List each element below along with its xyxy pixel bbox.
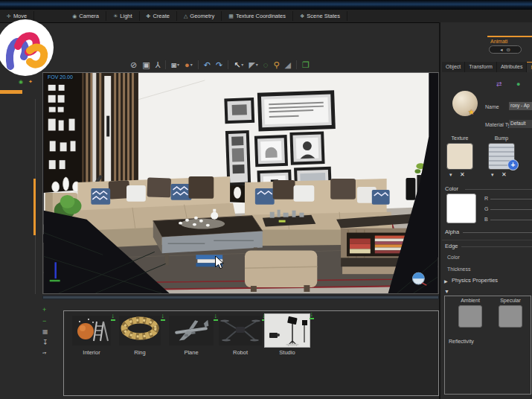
favorite-star-icon[interactable]: ★ — [468, 108, 475, 116]
asset-thumb-ring[interactable]: ↓ — [119, 316, 161, 345]
transform-tool-icon[interactable]: ◤ ▾ — [249, 61, 257, 69]
viewport-hscrollbar[interactable] — [42, 296, 439, 299]
asset-thumb-robot[interactable]: ↓ — [219, 316, 262, 345]
walk-icon[interactable]: ⅄ — [156, 61, 161, 69]
interior-thumbnail-image — [72, 316, 111, 345]
texture-map-slot[interactable] — [446, 143, 473, 170]
menu-create[interactable]: ✚ Create — [140, 11, 177, 21]
channel-g-slider[interactable] — [490, 209, 532, 210]
plane-thumbnail-image — [169, 316, 214, 345]
tab-material[interactable]: Ma — [527, 62, 532, 72]
toolbar-separator — [198, 60, 199, 69]
texture-coordinates-icon: ▦ — [228, 13, 234, 19]
ambient-label: Ambient — [455, 298, 485, 303]
camera-tool-icon[interactable]: ◙ ▾ — [171, 61, 179, 69]
toolbar-separator — [228, 60, 228, 69]
toolbar-separator — [296, 60, 297, 69]
main-menubar: ✛ Move ◉ Camera ☀ Light ✚ Create △ Geome… — [0, 10, 532, 23]
add-bump-icon[interactable]: + — [507, 159, 519, 170]
bump-collapse-icon[interactable]: ▾ — [491, 172, 494, 178]
screen-capture-icon[interactable]: ❐ — [302, 61, 310, 69]
texture-label: Texture — [446, 135, 473, 141]
menu-scene-states[interactable]: ❖ Scene States — [293, 11, 347, 21]
toolbar-separator — [165, 60, 166, 69]
channel-b-label: B — [484, 217, 488, 222]
menu-light-label: Light — [120, 13, 132, 19]
tab-transform[interactable]: Transform — [465, 62, 497, 72]
asset-thumb-plane[interactable]: ↓ — [169, 316, 214, 345]
sphere-preview-icon[interactable]: ● — [516, 80, 520, 88]
diffuse-color-swatch[interactable] — [446, 194, 476, 223]
menu-geometry-label: Geometry — [190, 13, 214, 19]
channel-r-label: R — [484, 196, 488, 201]
texture-remove-icon[interactable]: ✕ — [460, 171, 465, 178]
create-icon: ✚ — [147, 13, 151, 19]
material-type-select[interactable]: Default — [509, 120, 532, 128]
select-cursor-icon[interactable]: ↖ ▾ — [234, 61, 243, 69]
physics-expand-icon[interactable]: ▶ — [444, 278, 448, 284]
material-sphere-icon[interactable]: ● ▾ — [185, 61, 193, 69]
prev-icon[interactable]: ◂ — [500, 47, 502, 53]
swap-material-icon[interactable]: ⇄ — [496, 80, 502, 88]
channel-r-slider[interactable] — [490, 199, 532, 200]
texture-collapse-icon[interactable]: ▾ — [449, 172, 452, 178]
menu-scene-states-label: Scene States — [307, 13, 340, 19]
fit-view-icon[interactable]: ◢ — [284, 61, 290, 69]
robot-thumbnail-image — [219, 316, 262, 345]
scene-states-icon: ❖ — [300, 13, 304, 19]
record-icon[interactable]: ⊙ — [506, 47, 510, 53]
asset-remove-button[interactable]: − — [42, 318, 46, 325]
channel-g-label: G — [484, 206, 488, 211]
left-dock-icon-b[interactable]: ✦ — [28, 79, 33, 85]
panel-divider — [442, 240, 532, 240]
asset-thumb-interior[interactable]: ↓ — [72, 316, 111, 345]
redo-icon[interactable]: ↷ — [216, 61, 222, 69]
chevron-down-icon[interactable]: ▾ — [190, 63, 193, 67]
specular-color-swatch[interactable] — [499, 305, 522, 328]
studio-thumbnail-image — [265, 314, 310, 347]
tab-object[interactable]: Object — [442, 62, 465, 72]
asset-more-icon[interactable]: ▪▾ — [42, 351, 46, 355]
chevron-down-icon[interactable]: ▾ — [177, 63, 179, 67]
chevron-down-icon[interactable]: ▾ — [241, 63, 243, 67]
viewport-3d[interactable] — [42, 72, 439, 294]
soft-selection-icon[interactable]: ◌ — [263, 61, 269, 69]
orbit-icon[interactable]: ⊘ — [130, 61, 137, 69]
section-rule — [461, 246, 532, 247]
ambient-color-swatch[interactable] — [458, 305, 482, 328]
bump-remove-icon[interactable]: ✕ — [501, 171, 507, 178]
name-field[interactable]: roxy - Ap — [509, 102, 532, 110]
alpha-slider[interactable] — [463, 232, 532, 233]
download-badge-icon[interactable]: ↓ — [161, 313, 166, 321]
section-collapse-icon[interactable]: ▼ — [444, 289, 449, 294]
asset-add-button[interactable]: + — [42, 307, 46, 313]
magnify-icon[interactable]: ⚲ — [273, 61, 279, 69]
undo-icon[interactable]: ↶ — [204, 61, 211, 69]
playback-pill[interactable]: ◂ ⊙ — [489, 45, 522, 54]
download-badge-icon[interactable]: ↓ — [111, 313, 116, 321]
geometry-icon: △ — [184, 13, 188, 19]
download-badge-icon[interactable]: ↓ — [214, 313, 219, 321]
menu-geometry[interactable]: △ Geometry — [177, 11, 222, 21]
tab-attributes[interactable]: Attributes — [497, 62, 528, 72]
asset-thumb-studio[interactable]: ↓ — [264, 313, 310, 348]
recorder-logo — [0, 17, 56, 78]
left-dock-icon-a[interactable]: ◉ — [19, 79, 23, 85]
physics-properties-label[interactable]: Physics Properties — [452, 277, 498, 284]
color-section-label: Color — [445, 185, 458, 192]
camera-icon: ◉ — [72, 13, 77, 19]
left-scrollbar-thumb[interactable] — [33, 179, 36, 235]
chevron-down-icon[interactable]: ▾ — [256, 63, 258, 67]
download-badge-icon[interactable]: ↓ — [310, 311, 315, 319]
channel-b-slider[interactable] — [490, 220, 532, 220]
specular-label: Specular — [496, 298, 525, 303]
menu-texture-coordinates[interactable]: ▦ Texture Coordinates — [222, 11, 293, 21]
menu-light[interactable]: ☀ Light — [106, 11, 140, 21]
menu-camera[interactable]: ◉ Camera — [65, 11, 106, 21]
asset-label-plane: Plane — [169, 349, 214, 356]
asset-download-icon[interactable]: ↧ — [42, 339, 48, 346]
menu-texture-coordinates-label: Texture Coordinates — [236, 13, 286, 19]
marquee-select-icon[interactable]: ▣ — [142, 61, 150, 69]
thickness-label: Thickness — [447, 266, 471, 272]
asset-grid-view-icon[interactable]: ▦ — [42, 329, 48, 335]
